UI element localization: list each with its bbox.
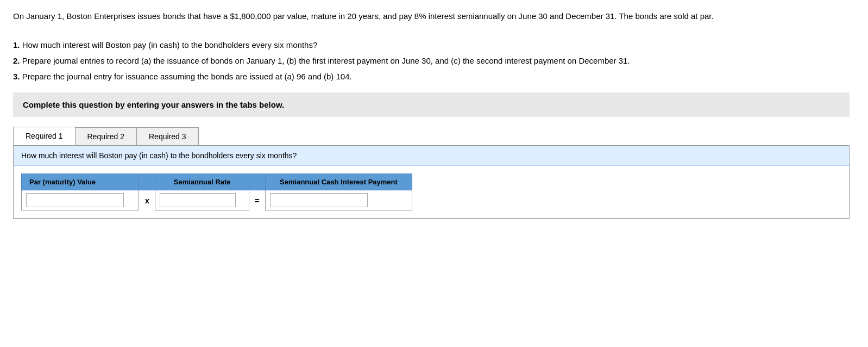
header-semiannual-rate: Semiannual Rate <box>155 174 249 190</box>
tabs-row: Required 1 Required 2 Required 3 <box>13 127 850 146</box>
answer-table-section: Par (maturity) Value Semiannual Rate Sem… <box>14 166 849 218</box>
semiannual-cash-input[interactable] <box>270 193 368 207</box>
table-row: x = <box>22 190 412 210</box>
semiannual-rate-input[interactable] <box>160 193 236 207</box>
tab-question-text: How much interest will Boston pay (in ca… <box>21 151 297 160</box>
question-3: 3. Prepare the journal entry for issuanc… <box>13 70 850 83</box>
question-1: 1. How much interest will Boston pay (in… <box>13 39 850 51</box>
q3-text: Prepare the journal entry for issuance a… <box>22 72 352 81</box>
header-par-value: Par (maturity) Value <box>22 174 139 190</box>
tab-question-banner: How much interest will Boston pay (in ca… <box>14 146 849 166</box>
tabs-container: Required 1 Required 2 Required 3 How muc… <box>13 127 850 219</box>
problem-text: On January 1, Boston Enterprises issues … <box>13 10 850 83</box>
par-value-cell[interactable] <box>22 190 139 210</box>
operator-eq-cell: = <box>249 190 265 210</box>
q1-label: 1. <box>13 40 20 49</box>
instruction-text: Complete this question by entering your … <box>23 100 284 109</box>
header-operator-eq <box>249 174 265 190</box>
semiannual-rate-cell[interactable] <box>155 190 249 210</box>
header-semiannual-cash: Semiannual Cash Interest Payment <box>265 174 412 190</box>
answer-table: Par (maturity) Value Semiannual Rate Sem… <box>21 174 412 210</box>
q2-text: Prepare journal entries to record (a) th… <box>22 56 630 65</box>
tab-required-1[interactable]: Required 1 <box>13 127 76 145</box>
table-header-row: Par (maturity) Value Semiannual Rate Sem… <box>22 174 412 190</box>
q3-label: 3. <box>13 72 20 81</box>
tab-required-2[interactable]: Required 2 <box>75 127 137 145</box>
q2-label: 2. <box>13 56 20 65</box>
instruction-box: Complete this question by entering your … <box>13 92 850 117</box>
semiannual-cash-cell[interactable] <box>265 190 412 210</box>
tab-required-3[interactable]: Required 3 <box>136 127 199 145</box>
operator-x-cell: x <box>139 190 155 210</box>
par-value-input[interactable] <box>26 193 124 207</box>
q1-text: How much interest will Boston pay (in ca… <box>22 40 318 49</box>
intro-paragraph: On January 1, Boston Enterprises issues … <box>13 10 850 22</box>
tab-content-area: How much interest will Boston pay (in ca… <box>13 146 850 219</box>
question-2: 2. Prepare journal entries to record (a)… <box>13 54 850 67</box>
header-operator-x <box>139 174 155 190</box>
